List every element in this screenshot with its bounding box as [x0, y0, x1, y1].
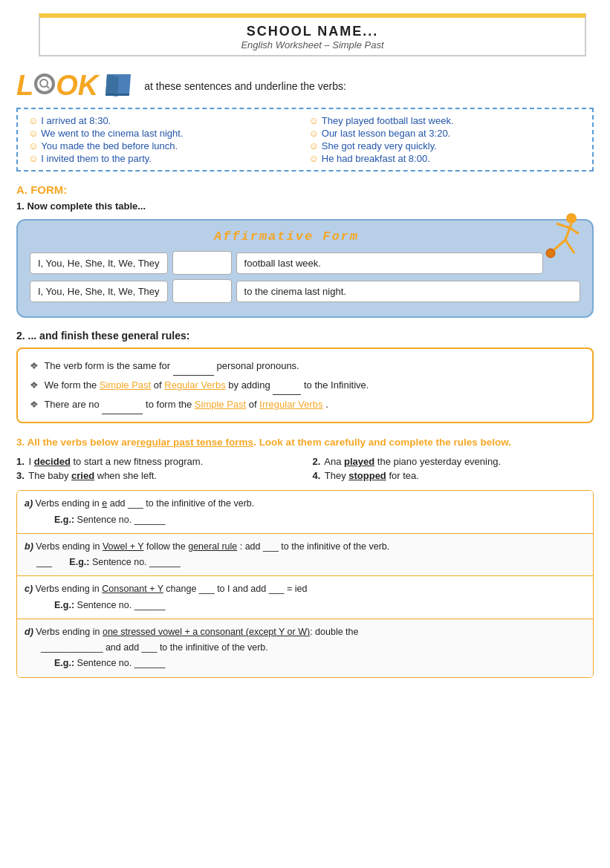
rule-b-extra: ___ E.g.: Sentence no. ______ [36, 555, 585, 570]
ex1-verb: decided [34, 456, 71, 467]
book-icon [103, 71, 134, 100]
rule-letter-d: d) [25, 627, 33, 637]
affirmative-row-2: I, You, He, She, It, We, They to the cin… [30, 279, 580, 303]
affirmative-box: Affirmative Form I, You, He, She, It, We… [16, 219, 594, 318]
rule2-link2: Regular Verbs [164, 379, 225, 391]
look-letter-l: L [16, 71, 33, 99]
section3-title-post: . Look at them carefully and complete th… [253, 437, 511, 448]
ex2-post: the piano yesterday evening. [374, 456, 501, 467]
ex4-pre: They [325, 470, 349, 481]
ex3-pre: The baby [28, 470, 71, 481]
affirmative-row-1: I, You, He, She, It, We, They football l… [30, 251, 543, 275]
section3-title: 3. All the verbs below areregular past t… [16, 435, 594, 450]
aff-blank-1[interactable] [172, 251, 232, 275]
sentence-left-2: ☺We went to the cinema last night. [28, 128, 302, 139]
aff-end-1: football last week. [236, 252, 543, 274]
svg-marker-3 [106, 74, 119, 97]
sentences-box: ☺I arrived at 8:30. ☺They played footbal… [16, 108, 594, 172]
affirmative-form-title: Affirmative Form [30, 229, 580, 244]
rule2-link1: Simple Past [100, 379, 151, 391]
section3-title-underline: regular past tense forms [137, 437, 254, 448]
rule2-3-pre: There are no [44, 399, 99, 410]
rule-d-text: Verbs ending in one stressed vowel + a c… [36, 627, 358, 637]
rule-b-text: Verbs ending in Vowel + Y follow the gen… [36, 541, 389, 552]
sentence-right-2: ☺Our last lesson began at 3:20. [309, 128, 583, 139]
spelling-rules-table: a) Verbs ending in e add ___ to the infi… [16, 490, 594, 677]
aff-subject-2: I, You, He, She, It, We, They [30, 281, 168, 302]
rule2-link3: Simple Past [195, 399, 246, 410]
examples-grid: 1. I decided to start a new fitness prog… [16, 456, 594, 481]
header-subtitle: English Worksheet – Simple Past [52, 39, 573, 50]
aff-blank-2[interactable] [172, 279, 232, 303]
rule-c-eg: E.g.: Sentence no. ______ [54, 598, 585, 613]
rule2-2-post: to the Infinitive. [304, 379, 369, 391]
sentence-left-4: ☺I invited them to the party. [28, 153, 302, 164]
svg-line-9 [554, 240, 565, 250]
ex3-verb: cried [71, 470, 94, 481]
ex-num-2: 2. [313, 456, 321, 467]
rule2-2-pre: We form the [45, 379, 97, 391]
ex4-verb: stopped [348, 470, 386, 481]
bullet-2: ❖ [30, 379, 39, 391]
rule2-3: ❖ There are no to form the Simple Past o… [30, 395, 580, 414]
rule-letter-a: a) [25, 498, 33, 509]
ex2-pre: Ana [324, 456, 344, 467]
rule-row-b: b) Verbs ending in Vowel + Y follow the … [17, 534, 593, 577]
ex2-verb: played [344, 456, 374, 467]
section-a-sub1: 1. Now complete this table... [16, 200, 594, 212]
look-instruction: at these sentences and underline the ver… [144, 80, 346, 92]
sentence-right-3: ☺She got ready very quickly. [309, 140, 583, 151]
look-logo: L OK [16, 70, 134, 100]
sentence-left-1: ☺I arrived at 8:30. [28, 115, 302, 126]
rule-row-a: a) Verbs ending in e add ___ to the infi… [17, 491, 593, 534]
bullet-1: ❖ [30, 360, 39, 371]
svg-line-7 [557, 223, 570, 228]
ex3-post: when she left. [94, 470, 157, 481]
example-1: 1. I decided to start a new fitness prog… [16, 456, 298, 467]
ex4-post: for tea. [386, 470, 419, 481]
section3-title-pre: 3. All the verbs below are [16, 437, 137, 448]
header-box: SCHOOL NAME... English Worksheet – Simpl… [39, 13, 586, 56]
ex-num-1: 1. [16, 456, 25, 467]
example-2: 2. Ana played the piano yesterday evenin… [313, 456, 594, 467]
sentence-right-4: ☺He had breakfast at 8:00. [309, 153, 583, 164]
rule-d-eg: E.g.: Sentence no. ______ [54, 656, 585, 671]
example-4: 4. They stopped for tea. [313, 470, 594, 481]
header-title: SCHOOL NAME... [52, 24, 573, 39]
rule2-3-blank[interactable] [102, 414, 143, 414]
svg-point-5 [566, 213, 577, 223]
section2-title: 2. ... and finish these general rules: [16, 330, 594, 342]
look-magnifier-icon [34, 74, 55, 94]
svg-point-0 [40, 79, 48, 87]
svg-rect-4 [106, 94, 129, 96]
section-a-title: A. FORM: [16, 183, 594, 196]
running-man-figure [543, 212, 583, 266]
rule-a-text: Verbs ending in e add ___ to the infinit… [36, 498, 255, 509]
rule-row-d: d) Verbs ending in one stressed vowel + … [17, 619, 593, 677]
ex-num-3: 3. [16, 470, 25, 481]
rule2-2-mid2: by adding [228, 379, 270, 391]
rule2-2-mid1: of [154, 379, 164, 391]
rule2-3-mid: to form the [146, 399, 195, 410]
rule-d-mid: ____________ and add ___ to the infiniti… [41, 640, 585, 656]
aff-end-2: to the cinema last night. [236, 281, 580, 302]
rule2-link4: Irregular Verbs [259, 399, 322, 410]
rule2-2: ❖ We form the Simple Past of Regular Ver… [30, 376, 580, 395]
rule-c-text: Verbs ending in Consonant + Y change ___… [36, 584, 308, 594]
ex1-post: to start a new fitness program. [71, 456, 203, 467]
sentence-right-1: ☺They played football last week. [309, 115, 583, 126]
svg-line-10 [565, 240, 574, 253]
example-3: 3. The baby cried when she left. [16, 470, 298, 481]
ex-num-4: 4. [313, 470, 321, 481]
general-rules-box: ❖ The verb form is the same for personal… [16, 347, 594, 423]
rule2-3-post: . [325, 399, 328, 410]
bullet-3: ❖ [30, 399, 39, 410]
rule2-1-pre: The verb form is the same for [44, 360, 170, 371]
svg-line-1 [47, 86, 49, 88]
rule2-3-mid2: of [249, 399, 259, 410]
look-letter-ok: OK [56, 71, 98, 99]
aff-subject-1: I, You, He, She, It, We, They [30, 252, 168, 274]
rule2-1: ❖ The verb form is the same for personal… [30, 356, 580, 376]
rule2-1-post: personal pronouns. [216, 360, 299, 371]
rule-row-c: c) Verbs ending in Consonant + Y change … [17, 576, 593, 619]
